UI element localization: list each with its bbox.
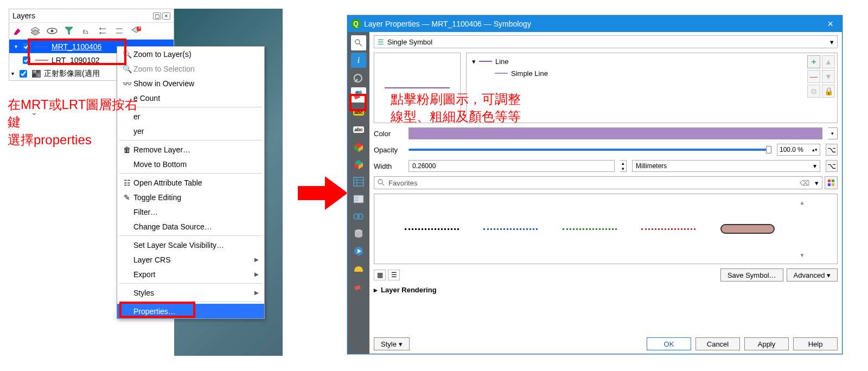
layer-visibility-checkbox[interactable] bbox=[23, 43, 30, 50]
ctx-filter[interactable]: Filter… bbox=[117, 204, 264, 219]
layer-name: LRT_1090102 bbox=[52, 56, 99, 65]
help-button[interactable]: Help bbox=[793, 337, 838, 350]
ctx-move-bottom[interactable]: Move to Bottom bbox=[117, 157, 264, 171]
filter-icon[interactable] bbox=[63, 25, 75, 36]
ctx-rename-layer[interactable]: yer bbox=[117, 124, 264, 138]
svg-rect-36 bbox=[832, 183, 834, 186]
clear-search-icon[interactable]: ⌫ bbox=[800, 179, 809, 187]
panel-close-button[interactable]: × bbox=[162, 12, 170, 20]
symbol-layer-tree[interactable]: ▾Line Simple Line ＋▲ —▼ ⧉🔒 bbox=[466, 53, 838, 123]
annotation-right: 點擊粉刷圖示，可調整 線型、粗細及顏色等等 bbox=[391, 91, 521, 126]
sidebar-masks-icon[interactable]: abc bbox=[351, 122, 366, 137]
svg-point-3 bbox=[51, 30, 54, 33]
ctx-toggle-editing[interactable]: ✎Toggle Editing bbox=[117, 190, 264, 204]
ctx-export[interactable]: Export▶ bbox=[117, 267, 264, 282]
dialog-titlebar[interactable]: Q Layer Properties — MRT_1100406 — Symbo… bbox=[348, 16, 842, 32]
ctx-show-overview[interactable]: 👓Show in Overview bbox=[117, 76, 264, 91]
color-label: Color bbox=[374, 130, 403, 138]
width-input[interactable] bbox=[409, 160, 615, 172]
layer-visibility-checkbox[interactable] bbox=[20, 70, 27, 78]
layer-name[interactable]: MRT_1100406 bbox=[52, 42, 101, 51]
layer-visibility-checkbox[interactable] bbox=[23, 56, 30, 64]
sidebar-fields-icon[interactable] bbox=[351, 174, 366, 189]
list-view-icon[interactable]: ☰ bbox=[388, 270, 400, 280]
layer-name: 正射影像圖(適用 bbox=[44, 69, 100, 79]
sidebar-aux-icon[interactable] bbox=[351, 226, 366, 241]
ctx-remove-layer[interactable]: 🗑Remove Layer… bbox=[117, 142, 264, 157]
sidebar-3d-icon[interactable] bbox=[351, 139, 366, 155]
layer-properties-dialog: Q Layer Properties — MRT_1100406 — Symbo… bbox=[347, 15, 843, 354]
style-icon[interactable] bbox=[12, 25, 24, 36]
remove-layer-icon[interactable] bbox=[130, 25, 142, 36]
sidebar-display-icon[interactable] bbox=[351, 261, 366, 276]
width-label: Width bbox=[374, 162, 403, 170]
style-swatch[interactable] bbox=[483, 227, 538, 231]
sidebar-rendering-icon[interactable] bbox=[351, 278, 366, 293]
data-defined-opacity-button[interactable]: ⌥ bbox=[826, 144, 838, 156]
svg-line-32 bbox=[382, 183, 384, 186]
grid-view-icon[interactable]: ▦ bbox=[374, 270, 386, 280]
layer-swatch bbox=[35, 60, 48, 61]
scroll-up[interactable]: ▲ bbox=[799, 200, 807, 206]
add-symbol-layer-button[interactable]: ＋ bbox=[807, 55, 820, 68]
layers-icon[interactable] bbox=[29, 25, 41, 36]
expression-icon[interactable]: ε₁ bbox=[80, 25, 92, 36]
color-picker[interactable] bbox=[409, 127, 822, 139]
overview-icon: 👓 bbox=[120, 78, 133, 89]
ctx-layer-crs[interactable]: Layer CRS▶ bbox=[117, 252, 264, 267]
symbol-icon: ☰ bbox=[378, 38, 384, 46]
sidebar-search-icon[interactable] bbox=[351, 35, 366, 50]
sidebar-actions-icon[interactable] bbox=[351, 244, 366, 259]
width-unit-dropdown[interactable]: Millimeters▾ bbox=[632, 160, 820, 172]
layer-rendering-expander[interactable]: ▸Layer Rendering bbox=[374, 286, 838, 294]
cancel-button[interactable]: Cancel bbox=[695, 337, 740, 350]
style-swatch[interactable] bbox=[641, 227, 695, 231]
style-swatch[interactable] bbox=[720, 227, 775, 231]
sidebar-diagrams-icon[interactable] bbox=[351, 157, 366, 172]
ctx-copy-layer[interactable]: er bbox=[117, 109, 264, 124]
ctx-open-attr-table[interactable]: ☷Open Attribute Table bbox=[117, 175, 264, 190]
ok-button[interactable]: OK bbox=[647, 337, 691, 350]
svg-rect-18 bbox=[354, 177, 363, 186]
ctx-zoom-to-selection: 🔍Zoom to Selection bbox=[117, 61, 264, 76]
layers-panel-title: Layers bbox=[12, 11, 35, 20]
ctx-styles[interactable]: Styles▶ bbox=[117, 285, 264, 300]
save-symbol-button[interactable]: Save Symbol… bbox=[720, 268, 783, 282]
table-icon: ☷ bbox=[120, 177, 133, 188]
style-manager-button[interactable] bbox=[825, 176, 838, 189]
width-spinner[interactable]: ▴▾ bbox=[620, 160, 627, 172]
dialog-close-button[interactable]: × bbox=[822, 18, 839, 30]
collapse-icon[interactable] bbox=[113, 25, 125, 36]
color-dropdown[interactable]: ▾ bbox=[828, 127, 838, 139]
raster-swatch bbox=[32, 70, 41, 78]
style-swatch[interactable] bbox=[405, 227, 459, 231]
svg-rect-22 bbox=[354, 195, 363, 203]
advanced-dropdown[interactable]: Advanced ▾ bbox=[787, 268, 838, 282]
svg-line-8 bbox=[359, 43, 362, 46]
style-swatch[interactable] bbox=[563, 227, 617, 231]
opacity-slider[interactable] bbox=[409, 149, 771, 151]
scroll-down[interactable]: ▼ bbox=[799, 252, 807, 258]
ctx-feature-count[interactable]: e Count bbox=[117, 91, 264, 105]
ctx-zoom-to-layer[interactable]: 🔍Zoom to Layer(s) bbox=[117, 47, 264, 61]
style-menu-button[interactable]: Style ▾ bbox=[374, 337, 410, 350]
svg-rect-30 bbox=[354, 285, 361, 290]
sidebar-info-icon[interactable]: i bbox=[351, 53, 366, 68]
sidebar-source-icon[interactable] bbox=[351, 70, 366, 85]
sidebar-joins-icon[interactable] bbox=[351, 209, 366, 224]
favorites-search[interactable]: Favorites ⌫ ▾ bbox=[374, 176, 822, 189]
ctx-change-data-source[interactable]: Change Data Source… bbox=[117, 219, 264, 234]
ctx-scale-visibility[interactable]: Set Layer Scale Visibility… bbox=[117, 238, 264, 252]
data-defined-width-button[interactable]: ⌥ bbox=[826, 160, 838, 172]
svg-point-7 bbox=[355, 40, 360, 44]
ctx-properties[interactable]: Properties… bbox=[117, 304, 264, 318]
opacity-value[interactable]: 100.0 %▴▾ bbox=[777, 144, 820, 156]
apply-button[interactable]: Apply bbox=[744, 337, 789, 350]
panel-undock-button[interactable]: ▢ bbox=[153, 12, 161, 20]
eye-icon[interactable] bbox=[46, 25, 58, 36]
qgis-logo-icon: Q bbox=[351, 19, 361, 29]
sidebar-form-icon[interactable] bbox=[351, 191, 366, 207]
expand-icon[interactable] bbox=[97, 25, 108, 36]
pencil-icon: ✎ bbox=[120, 192, 133, 203]
symbol-mode-dropdown[interactable]: ☰ Single Symbol ▾ bbox=[374, 35, 838, 48]
